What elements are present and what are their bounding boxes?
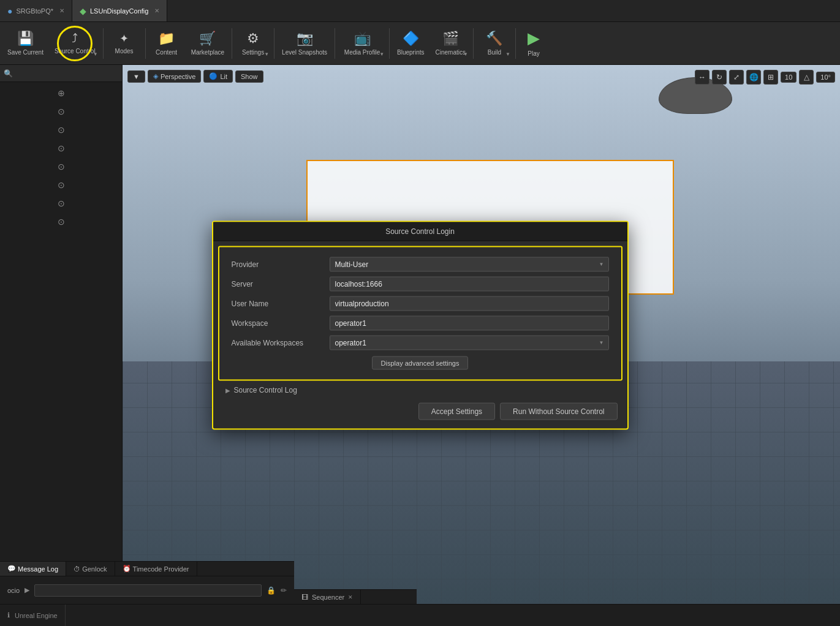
- dialog-body: Provider Multi-User Server User Name Wor: [218, 246, 622, 381]
- provider-row: Provider Multi-User: [232, 257, 609, 272]
- available-workspaces-row: Available Workspaces operator1: [232, 336, 609, 350]
- available-workspaces-wrapper: operator1: [330, 336, 609, 350]
- server-row: Server: [232, 277, 609, 292]
- provider-select[interactable]: Multi-User: [330, 257, 609, 272]
- dialog-footer: Accept Settings Run Without Source Contr…: [213, 397, 627, 429]
- workspace-label: Workspace: [232, 319, 330, 328]
- username-row: User Name: [232, 296, 609, 311]
- source-control-dialog: Source Control Login Provider Multi-User…: [212, 221, 629, 430]
- workspace-input[interactable]: [330, 316, 609, 331]
- available-workspaces-label: Available Workspaces: [232, 339, 330, 347]
- server-input[interactable]: [330, 277, 609, 292]
- source-log-label: Source Control Log: [234, 386, 297, 394]
- run-without-source-control-button[interactable]: Run Without Source Control: [500, 403, 617, 420]
- workspace-row: Workspace: [232, 316, 609, 331]
- modal-overlay: Source Control Login Provider Multi-User…: [0, 0, 840, 626]
- accept-settings-button[interactable]: Accept Settings: [418, 403, 495, 420]
- advanced-settings-button[interactable]: Display advanced settings: [372, 356, 469, 370]
- source-log-arrow-icon: ▶: [225, 387, 230, 393]
- server-label: Server: [232, 280, 330, 288]
- provider-select-wrapper: Multi-User: [330, 257, 609, 272]
- provider-label: Provider: [232, 260, 330, 269]
- username-input[interactable]: [330, 296, 609, 311]
- available-workspaces-select[interactable]: operator1: [330, 336, 609, 350]
- dialog-title: Source Control Login: [385, 227, 455, 236]
- username-label: User Name: [232, 300, 330, 308]
- dialog-title-bar: Source Control Login: [213, 222, 627, 241]
- source-control-log-row[interactable]: ▶ Source Control Log: [213, 386, 627, 397]
